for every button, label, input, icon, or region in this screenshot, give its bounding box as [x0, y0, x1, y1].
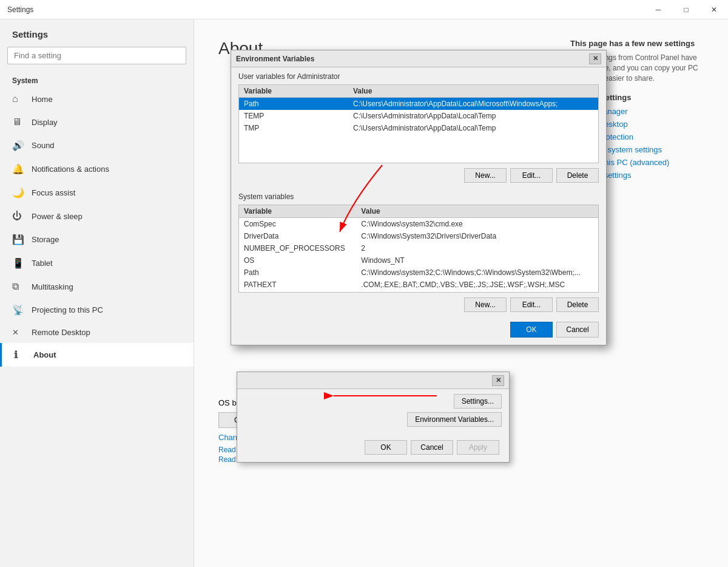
env-vars-dialog: Environment Variables ✕ User variables f… [231, 50, 607, 345]
sidebar-item-label: Home [32, 95, 53, 104]
sidebar-item-label: Focus assist [32, 188, 75, 197]
user-vars-table: Variable Value PathC:\Users\Administrato… [239, 85, 598, 134]
env-vars-btn[interactable]: Environment Variables... [407, 412, 502, 427]
sidebar-item-multitasking[interactable]: ⧉ Multitasking [0, 275, 194, 298]
sidebar-item-label: About [33, 350, 56, 359]
user-edit-btn[interactable]: Edit... [510, 168, 553, 183]
home-icon: ⌂ [12, 93, 24, 104]
envvars-controls: ✕ [589, 53, 601, 64]
user-delete-btn[interactable]: Delete [556, 168, 599, 183]
user-table-row[interactable]: PathC:\Users\Administrator\AppData\Local… [239, 98, 598, 110]
sidebar-item-label: Remote Desktop [32, 328, 90, 337]
envvars-ok-btn[interactable]: OK [510, 322, 553, 338]
user-table-row[interactable]: TMPC:\Users\Administrator\AppData\Local\… [239, 122, 598, 134]
system-table-row[interactable]: PathC:\Windows\system32;C:\Windows;C:\Wi… [239, 267, 598, 279]
sys-var-name: Path [239, 267, 356, 279]
sidebar-item-label: Tablet [32, 259, 53, 268]
user-new-btn[interactable]: New... [464, 168, 507, 183]
sysprops-title-bar: ✕ [237, 372, 509, 389]
sys-var-name: OS [239, 254, 356, 267]
main-layout: Settings System ⌂ Home 🖥 Display 🔊 Sound… [0, 19, 728, 567]
remote-icon: ✕ [12, 328, 24, 337]
sidebar-item-display[interactable]: 🖥 Display [0, 110, 194, 134]
sysprops-cancel-btn[interactable]: Cancel [411, 440, 453, 455]
user-var-name: Path [239, 98, 348, 110]
sidebar-item-projecting[interactable]: 📡 Projecting to this PC [0, 298, 194, 322]
envvars-close-btn[interactable]: ✕ [589, 53, 601, 64]
system-table-row[interactable]: ComSpecC:\Windows\system32\cmd.exe [239, 218, 598, 231]
sidebar-item-label: Storage [32, 235, 59, 244]
sys-delete-btn[interactable]: Delete [556, 297, 599, 312]
sidebar-item-remote[interactable]: ✕ Remote Desktop [0, 322, 194, 343]
sidebar-item-tablet[interactable]: 📱 Tablet [0, 251, 194, 275]
settings-btn[interactable]: Settings... [454, 394, 502, 409]
user-table-row[interactable]: TEMPC:\Users\Administrator\AppData\Local… [239, 110, 598, 122]
sys-var-value: Windows_NT [356, 254, 598, 267]
sidebar-item-home[interactable]: ⌂ Home [0, 87, 194, 110]
user-var-value: C:\Users\Administrator\AppData\Local\Mic… [348, 98, 598, 110]
sys-var-value: C:\Windows\System32\Drivers\DriverData [356, 230, 598, 242]
system-table-row[interactable]: OSWindows_NT [239, 254, 598, 267]
sys-var-value: .COM;.EXE;.BAT;.CMD;.VBS;.VBE;.JS;.JSE;.… [356, 279, 598, 291]
new-settings-title: This page has a few new settings [570, 39, 704, 48]
sidebar-item-sound[interactable]: 🔊 Sound [0, 134, 194, 157]
sys-var-value: C:\Windows\system32\cmd.exe [356, 218, 598, 231]
sidebar-item-label: Notifications & actions [32, 165, 109, 174]
system-table-row[interactable]: PATHEXT.COM;.EXE;.BAT;.CMD;.VBS;.VBE;.JS… [239, 279, 598, 291]
user-col-variable: Variable [239, 85, 348, 98]
sys-col-value: Value [356, 205, 598, 218]
minimize-button[interactable]: ─ [644, 0, 672, 19]
sidebar-app-title: Settings [0, 19, 194, 44]
tablet-icon: 📱 [12, 257, 24, 269]
sidebar-item-notifications[interactable]: 🔔 Notifications & actions [0, 157, 194, 181]
user-var-value: C:\Users\Administrator\AppData\Local\Tem… [348, 122, 598, 134]
sidebar-item-label: Projecting to this PC [32, 305, 103, 314]
sysprops-ok-btn[interactable]: OK [365, 440, 407, 455]
sidebar-item-power[interactable]: ⏻ Power & sleep [0, 205, 194, 228]
window-controls: ─ □ ✕ [644, 0, 728, 19]
sidebar-item-label: Sound [32, 141, 55, 150]
sysprops-apply-btn[interactable]: Apply [457, 440, 499, 455]
sys-var-value: 2 [356, 242, 598, 254]
user-var-name: TEMP [239, 110, 348, 122]
sidebar-item-about[interactable]: ℹ About [0, 343, 194, 367]
sys-var-name: PATHEXT [239, 279, 356, 291]
user-col-value: Value [348, 85, 598, 98]
app-title: Settings [7, 5, 33, 14]
sidebar: Settings System ⌂ Home 🖥 Display 🔊 Sound… [0, 19, 194, 567]
sys-var-value: AMD64 [356, 291, 598, 293]
multitasking-icon: ⧉ [12, 281, 24, 292]
sidebar-item-focus[interactable]: 🌙 Focus assist [0, 181, 194, 205]
search-input[interactable] [7, 47, 186, 64]
user-vars-table-container: Variable Value PathC:\Users\Administrato… [238, 84, 599, 163]
sysprops-controls: ✕ [492, 375, 504, 386]
system-table-row[interactable]: NUMBER_OF_PROCESSORS2 [239, 242, 598, 254]
display-icon: 🖥 [12, 117, 24, 127]
sys-var-name: PROCESSOR_ARCHITECTURE [239, 291, 356, 293]
sys-var-name: ComSpec [239, 218, 356, 231]
about-icon: ℹ [14, 349, 26, 361]
sys-var-value: C:\Windows\system32;C:\Windows;C:\Window… [356, 267, 598, 279]
sys-var-name: DriverData [239, 230, 356, 242]
system-table-row[interactable]: PROCESSOR_ARCHITECTUREAMD64 [239, 291, 598, 293]
sys-var-name: NUMBER_OF_PROCESSORS [239, 242, 356, 254]
sysprops-content: Settings... Environment Variables... [237, 389, 509, 435]
sys-edit-btn[interactable]: Edit... [510, 297, 553, 312]
sidebar-item-label: Display [32, 118, 58, 127]
close-button[interactable]: ✕ [700, 0, 728, 19]
sysprops-close-btn[interactable]: ✕ [492, 375, 504, 386]
envvars-title: Environment Variables [236, 55, 314, 63]
sidebar-item-label: Multitasking [32, 282, 73, 291]
user-vars-buttons: New... Edit... Delete [231, 166, 606, 188]
envvars-cancel-btn[interactable]: Cancel [556, 322, 599, 338]
maximize-button[interactable]: □ [672, 0, 700, 19]
storage-icon: 💾 [12, 234, 24, 245]
system-vars-buttons: New... Edit... Delete [231, 295, 606, 317]
sidebar-item-label: Power & sleep [32, 212, 83, 221]
system-table-row[interactable]: DriverDataC:\Windows\System32\Drivers\Dr… [239, 230, 598, 242]
sys-new-btn[interactable]: New... [464, 297, 507, 312]
sidebar-item-storage[interactable]: 💾 Storage [0, 228, 194, 251]
user-vars-section-label: User variables for Administrator [231, 67, 606, 82]
projecting-icon: 📡 [12, 304, 24, 316]
user-var-name: TMP [239, 122, 348, 134]
